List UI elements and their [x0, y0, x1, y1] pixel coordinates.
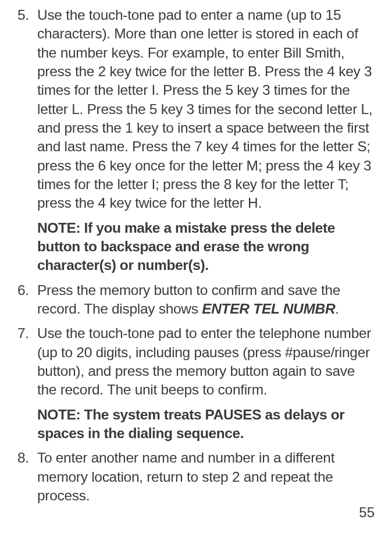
- step-text: To enter another name and number in a di…: [37, 449, 375, 505]
- step-number: 7.: [17, 324, 37, 399]
- step-6-suffix: .: [335, 301, 339, 316]
- step-5: 5. Use the touch-tone pad to enter a nam…: [17, 6, 375, 213]
- step-text: Press the memory button to confirm and s…: [37, 281, 375, 319]
- page-number: 55: [359, 504, 375, 521]
- document-content: 5. Use the touch-tone pad to enter a nam…: [17, 6, 375, 505]
- step-7: 7. Use the touch-tone pad to enter the t…: [17, 324, 375, 399]
- step-number: 8.: [17, 449, 37, 505]
- step-number: 5.: [17, 6, 37, 213]
- step-8: 8. To enter another name and number in a…: [17, 449, 375, 505]
- step-5-note: NOTE: If you make a mistake press the de…: [37, 219, 375, 275]
- step-text: Use the touch-tone pad to enter the tele…: [37, 324, 375, 399]
- step-6: 6. Press the memory button to confirm an…: [17, 281, 375, 319]
- step-6-bold: ENTER TEL NUMBR: [202, 301, 335, 316]
- step-7-note: NOTE: The system treats PAUSES as delays…: [37, 406, 375, 443]
- step-text: Use the touch-tone pad to enter a name (…: [37, 6, 375, 213]
- step-number: 6.: [17, 281, 37, 319]
